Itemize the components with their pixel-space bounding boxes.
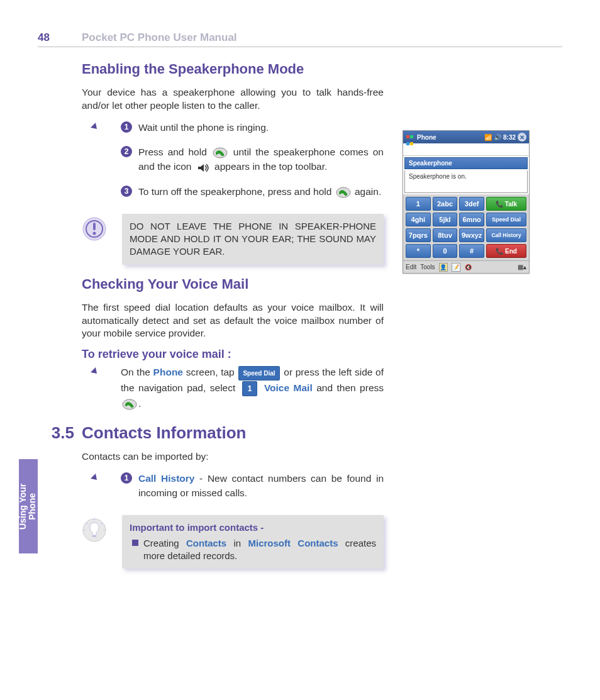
menu-tools: Tools <box>420 264 435 270</box>
tip-icon <box>82 515 116 569</box>
key-star: * <box>406 244 431 258</box>
menu-edit: Edit <box>406 264 416 270</box>
mute-mini-icon: 🔇 <box>464 263 473 272</box>
heading-speakerphone: Enabling the Speakerphone Mode <box>82 61 384 77</box>
header-divider <box>38 47 562 47</box>
voicemail-intro: The first speed dial location defaults a… <box>82 301 384 341</box>
speaker-mini-icon: 🔊 <box>494 133 501 141</box>
step-badge-3: 3 <box>121 186 132 197</box>
tip-box: Important to import contacts - Creating … <box>122 515 384 569</box>
start-flag-icon <box>406 133 414 142</box>
pointer-icon <box>82 120 116 138</box>
key-6: 6mno <box>459 213 484 226</box>
key-2: 2abc <box>433 197 458 211</box>
key-hash: # <box>459 244 484 258</box>
phone-handset-icon <box>336 187 351 198</box>
step-2-text: Press and hold until the speakerphone co… <box>138 145 384 174</box>
section-title: Contacts Information <box>82 423 246 443</box>
step-badge-1: 1 <box>121 121 132 133</box>
pm-bottombar: Edit Tools 👤 📝 🔇 ▦▴ <box>403 260 529 273</box>
pm-popup-body: Speakerphone is on. <box>404 170 528 193</box>
phone-screenshot: Phone 📶 🔊 8:32 ✕ Speakerphone Speakerpho… <box>403 130 530 274</box>
key-8: 8tuv <box>433 228 458 242</box>
contacts-intro: Contacts can be imported by: <box>82 450 384 464</box>
step-1-text: Wait until the phone is ringing. <box>138 120 384 135</box>
section-number: 3.5 <box>45 423 74 443</box>
end-button: 📞End <box>486 244 526 258</box>
close-icon: ✕ <box>518 133 526 142</box>
warning-icon <box>82 214 116 265</box>
pm-number-display <box>403 143 529 156</box>
key-1: 1 <box>406 197 431 211</box>
svg-point-5 <box>93 231 96 235</box>
bullet-square-icon <box>132 540 138 546</box>
step-badge-1: 1 <box>121 472 132 484</box>
key-4: 4ghi <box>406 213 431 226</box>
subheading-retrieve: To retrieve your voice mail : <box>82 348 384 361</box>
phone-handset-icon <box>122 399 137 410</box>
svg-rect-8 <box>92 535 96 537</box>
phone-handset-icon <box>213 147 228 158</box>
pm-app-title: Phone <box>417 134 482 141</box>
heading-voicemail: Checking Your Voice Mail <box>82 276 384 292</box>
sip-icon: ▦▴ <box>518 264 526 270</box>
step-badge-2: 2 <box>121 146 132 157</box>
warning-box: DO NOT LEAVE THE PHONE IN SPEAKER-PHONE … <box>122 214 384 265</box>
key-7: 7pqrs <box>406 228 431 242</box>
pm-topbar: Phone 📶 🔊 8:32 ✕ <box>403 131 529 143</box>
note-mini-icon: 📝 <box>452 263 460 272</box>
speed-dial-button: Speed Dial <box>486 213 526 226</box>
speed-dial-inline-button: Speed Dial <box>238 366 279 381</box>
step-3-text: To turn off the speakerphone, press and … <box>138 184 384 199</box>
key-1-inline: 1 <box>242 381 258 396</box>
side-tab: Using Your Phone <box>19 459 38 553</box>
pointer-icon <box>82 365 116 411</box>
talk-button: 📞Talk <box>486 197 526 211</box>
speaker-status-icon <box>196 162 210 172</box>
speaker-intro: Your device has a speakerphone allowing … <box>82 86 384 113</box>
call-history-button: Call History <box>486 228 526 242</box>
pm-keypad: 1 2abc 3def 📞Talk 4ghi 5jkl 6mno Speed D… <box>403 194 529 260</box>
svg-rect-4 <box>93 223 96 230</box>
signal-icon: 📶 <box>484 133 492 141</box>
pm-time: 8:32 <box>503 134 516 141</box>
contacts-step-1: Call History - New contact numbers can b… <box>138 471 384 501</box>
pm-popup-title: Speakerphone <box>404 157 528 169</box>
key-9: 9wxyz <box>459 228 484 242</box>
pointer-icon <box>82 471 116 489</box>
key-3: 3def <box>459 197 484 211</box>
key-5: 5jkl <box>433 213 458 226</box>
key-0: 0 <box>433 244 458 258</box>
manual-title: Pocket PC Phone User Manual <box>82 31 237 44</box>
page-number: 48 <box>38 31 82 44</box>
retrieve-text: On the Phone screen, tap Speed Dial or p… <box>121 365 384 411</box>
contacts-mini-icon: 👤 <box>439 263 448 272</box>
